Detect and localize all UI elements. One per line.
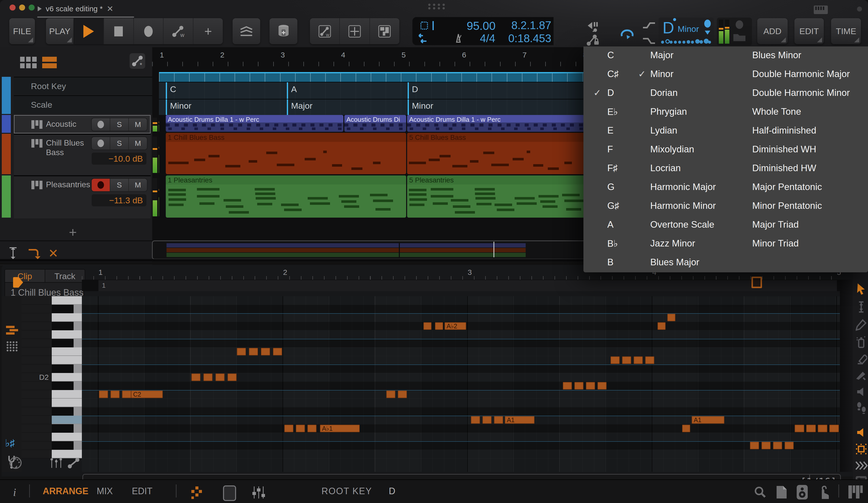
eraser-tool-icon[interactable] <box>855 353 868 365</box>
menu-item-key[interactable]: F♯ <box>607 163 618 174</box>
menu-item-scale[interactable]: Harmonic Major <box>650 182 716 192</box>
midi-note[interactable] <box>237 348 246 355</box>
window-grip-icon[interactable] <box>427 3 446 10</box>
menu-item-scale[interactable]: Major Pentatonic <box>752 182 822 192</box>
virtual-keyboard-icon[interactable] <box>848 485 864 499</box>
menu-item-key[interactable]: G♯ <box>607 201 619 211</box>
midi-note[interactable] <box>645 356 654 364</box>
piano-key-white[interactable] <box>52 399 82 407</box>
midi-note[interactable] <box>307 425 317 432</box>
track-color-chip[interactable] <box>2 134 11 174</box>
position-bars-display[interactable]: 8.2.1.87 <box>501 19 551 32</box>
piano-key-white[interactable] <box>52 313 82 322</box>
minimize-window-button[interactable] <box>19 4 25 11</box>
step-input-icon[interactable] <box>855 401 868 414</box>
automation-lock-icon[interactable] <box>586 34 599 46</box>
drum-machine-button[interactable] <box>269 18 297 44</box>
menu-item-scale[interactable]: Half-diminished <box>752 125 816 136</box>
midi-note[interactable] <box>296 425 305 432</box>
solo-button[interactable]: S <box>110 118 129 131</box>
menu-item-scale[interactable]: Harmonic Minor <box>650 201 716 211</box>
menu-item-scale[interactable]: Overtone Scale <box>650 219 714 230</box>
piano-key-white-part[interactable] <box>74 441 82 450</box>
info-icon[interactable]: i <box>13 486 16 499</box>
file-browser-icon[interactable] <box>776 485 788 500</box>
collaborator-icon[interactable] <box>732 20 746 31</box>
pencil-tool-icon[interactable] <box>855 319 868 331</box>
menu-item-key[interactable]: B <box>607 257 613 268</box>
display-profile-icon[interactable] <box>223 485 236 501</box>
stop-button[interactable] <box>104 18 134 44</box>
track-row[interactable]: Chill Blues BassSM−10.0 dB <box>14 134 151 175</box>
menu-item-scale[interactable]: Blues Minor <box>752 50 801 61</box>
midi-note[interactable] <box>204 374 213 381</box>
mute-button[interactable]: M <box>129 179 147 191</box>
layered-editing-button[interactable] <box>232 18 260 44</box>
midi-note[interactable]: A1 <box>505 416 535 424</box>
scale-section[interactable]: Major <box>287 99 407 115</box>
menu-item-scale[interactable]: Double Harmonic Major <box>752 69 850 79</box>
menu-item-scale[interactable]: Locrian <box>650 163 681 174</box>
solo-button[interactable]: S <box>110 179 129 191</box>
menu-item-scale[interactable]: Mixolydian <box>650 144 694 155</box>
solo-button[interactable]: S <box>110 137 129 150</box>
piano-key-black[interactable] <box>52 441 74 450</box>
grid-view-icon[interactable] <box>20 57 37 69</box>
menu-item-scale[interactable]: Minor Triad <box>752 238 799 249</box>
menu-item-scale[interactable]: Major Triad <box>752 219 799 230</box>
menu-item-scale[interactable]: Dorian <box>650 87 678 98</box>
piano-key-white[interactable] <box>52 390 82 399</box>
fold-notes-icon[interactable] <box>6 341 18 352</box>
piano-key-white-part[interactable] <box>74 381 82 390</box>
menu-item-scale[interactable]: Phrygian <box>650 106 687 117</box>
editor-vertical-scrollbar[interactable] <box>840 280 852 472</box>
return-to-start-icon[interactable] <box>585 20 600 33</box>
piano-key-white-part[interactable] <box>74 365 82 373</box>
browser-folder-icon[interactable] <box>732 32 746 42</box>
search-icon[interactable] <box>754 485 767 499</box>
piano-key-black[interactable] <box>52 322 74 330</box>
automation-write-button[interactable]: w <box>164 18 193 44</box>
drums-clip[interactable]: Acoustic Drums Dilla 1 - w Perc <box>166 115 343 132</box>
overdub-button[interactable]: + <box>193 18 223 44</box>
piano-key-white[interactable] <box>52 433 82 441</box>
midi-note[interactable] <box>622 356 631 364</box>
bass-clip[interactable]: 5 Chill Blues Bass <box>407 133 589 174</box>
midi-note[interactable]: A♭2 <box>445 322 466 330</box>
add-menu-button[interactable]: ADD <box>757 18 788 44</box>
midi-note[interactable] <box>423 322 432 330</box>
midi-note[interactable] <box>806 425 816 432</box>
midi-note[interactable] <box>785 442 794 449</box>
add-track-button[interactable]: + <box>65 224 80 237</box>
layered-note-editing-icon[interactable] <box>6 326 18 336</box>
midi-note[interactable] <box>192 374 200 381</box>
position-time-display[interactable]: 0:18.453 <box>501 32 551 45</box>
bass-clip[interactable]: 1 Chill Blues Bass <box>166 133 406 174</box>
piano-key-black[interactable] <box>52 365 74 373</box>
menu-item-scale[interactable]: Major <box>650 50 674 61</box>
menu-item-scale[interactable]: Minor Pentatonic <box>752 201 822 211</box>
track-volume-field[interactable]: −10.0 dB <box>92 153 146 165</box>
piano-key-white-part[interactable] <box>74 407 82 416</box>
root-key-status-value[interactable]: D <box>389 486 395 496</box>
midi-note[interactable] <box>773 442 782 449</box>
midi-note[interactable] <box>483 416 492 424</box>
midi-note[interactable] <box>667 314 675 321</box>
menu-item-scale[interactable]: Diminished WH <box>752 144 816 155</box>
file-menu-button[interactable]: FILE <box>9 18 35 44</box>
keys-clip[interactable]: 5 Pleasantries <box>407 176 589 218</box>
spray-tool-icon[interactable] <box>855 336 868 348</box>
menu-item-key[interactable]: E♭ <box>607 106 618 117</box>
audition-tool-icon[interactable] <box>855 386 868 398</box>
menu-item-key[interactable]: C♯ <box>607 69 619 79</box>
record-arm-button[interactable] <box>92 137 110 150</box>
zoom-window-button[interactable] <box>29 4 35 11</box>
record-button[interactable] <box>134 18 164 44</box>
loop-toggle-icon[interactable] <box>618 26 636 40</box>
menu-item-scale[interactable]: Jazz Minor <box>650 238 695 249</box>
automation-editor-button[interactable]: w <box>310 18 340 44</box>
piano-key-white-part[interactable] <box>74 322 82 331</box>
time-signature-display[interactable]: 4/4 <box>465 32 495 45</box>
tab-track[interactable]: Track <box>45 270 85 283</box>
track-volume-field[interactable]: −11.3 dB <box>92 194 146 206</box>
